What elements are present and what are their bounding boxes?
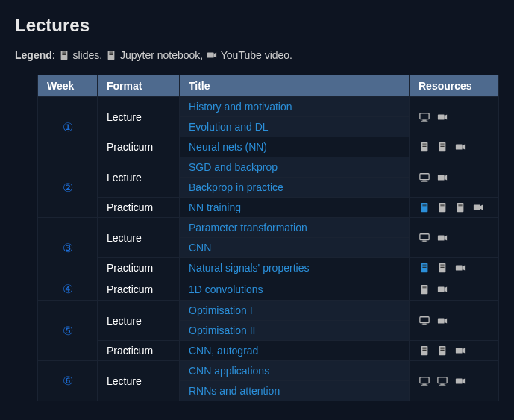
monitor-icon[interactable] xyxy=(419,316,430,326)
legend: Legend: slides, Jupyter notebook, YouTub… xyxy=(15,49,499,61)
title-cell: CNN xyxy=(180,238,410,258)
camera-icon[interactable] xyxy=(454,345,466,356)
svg-rect-45 xyxy=(422,266,426,266)
lecture-link[interactable]: 1D convolutions xyxy=(189,283,263,295)
lecture-link[interactable]: History and motivation xyxy=(189,101,292,113)
lecture-link[interactable]: Optimisation I xyxy=(189,304,253,316)
svg-rect-31 xyxy=(440,204,444,205)
monitor-icon[interactable] xyxy=(419,172,430,183)
legend-notebook: Jupyter notebook, xyxy=(120,49,203,61)
resources-cell xyxy=(410,341,499,361)
title-cell: NN training xyxy=(180,198,410,218)
svg-rect-76 xyxy=(456,378,463,383)
resources-cell xyxy=(410,97,499,137)
svg-rect-16 xyxy=(422,146,426,147)
camera-icon[interactable] xyxy=(472,202,484,213)
svg-rect-7 xyxy=(109,54,113,55)
svg-rect-68 xyxy=(440,350,444,351)
monitor-icon[interactable] xyxy=(436,376,448,386)
monitor-icon[interactable] xyxy=(419,112,430,122)
svg-rect-22 xyxy=(420,173,429,179)
monitor-icon[interactable] xyxy=(419,233,430,243)
week-number: ③ xyxy=(38,218,98,278)
table-row: PracticumNN training xyxy=(38,198,499,218)
doc-icon[interactable] xyxy=(419,142,430,152)
title-cell: RNNs and attention xyxy=(180,381,410,401)
title-cell: Natural signals' properties xyxy=(180,258,410,278)
format-cell: Practicum xyxy=(98,258,180,278)
week-number: ⑥ xyxy=(38,361,98,401)
svg-rect-12 xyxy=(438,114,445,119)
camera-icon[interactable] xyxy=(436,233,448,243)
format-cell: Lecture xyxy=(98,218,180,258)
svg-rect-57 xyxy=(420,316,429,322)
svg-rect-6 xyxy=(109,53,113,54)
title-cell: Parameter transformation xyxy=(180,218,410,238)
lecture-link[interactable]: NN training xyxy=(189,201,241,213)
format-cell: Lecture xyxy=(98,97,180,137)
table-row: ①LectureHistory and motivation xyxy=(38,97,499,117)
lecture-link[interactable]: CNN xyxy=(189,242,211,254)
lecture-link[interactable]: Backprop in practice xyxy=(189,181,283,193)
title-cell: Backprop in practice xyxy=(180,178,410,198)
svg-rect-38 xyxy=(474,205,480,210)
svg-rect-49 xyxy=(440,266,444,266)
camera-icon[interactable] xyxy=(454,263,466,273)
doc-icon xyxy=(105,50,117,60)
doc-icon[interactable] xyxy=(419,202,430,213)
lecture-link[interactable]: Parameter transformation xyxy=(189,222,307,233)
svg-rect-9 xyxy=(420,113,429,119)
svg-rect-74 xyxy=(440,383,444,384)
resource-icons xyxy=(419,284,489,295)
svg-rect-73 xyxy=(438,377,447,383)
title-cell: History and motivation xyxy=(180,97,410,117)
doc-icon[interactable] xyxy=(436,263,448,273)
title-cell: SGD and backprop xyxy=(180,157,410,178)
svg-rect-1 xyxy=(62,52,66,53)
header-resources: Resources xyxy=(410,75,499,97)
table-row: PracticumNatural signals' properties xyxy=(38,258,499,278)
svg-rect-19 xyxy=(440,145,444,145)
svg-rect-41 xyxy=(421,241,428,242)
camera-icon[interactable] xyxy=(436,316,448,326)
svg-rect-66 xyxy=(440,348,444,348)
lecture-link[interactable]: Natural signals' properties xyxy=(189,262,309,274)
lecture-link[interactable]: Optimisation II xyxy=(189,325,255,336)
camera-icon[interactable] xyxy=(454,142,466,152)
doc-icon[interactable] xyxy=(419,345,430,356)
lecture-link[interactable]: CNN, autograd xyxy=(189,345,258,357)
table-row: ⑤LectureOptimisation I xyxy=(38,301,499,321)
title-cell: 1D convolutions xyxy=(180,278,410,301)
svg-rect-69 xyxy=(456,348,463,354)
monitor-icon[interactable] xyxy=(419,376,430,386)
title-cell: CNN, autograd xyxy=(180,341,410,361)
format-cell: Practicum xyxy=(98,137,180,157)
resource-icons xyxy=(419,202,489,213)
lecture-link[interactable]: Evolution and DL xyxy=(189,121,269,133)
lecture-link[interactable]: SGD and backprop xyxy=(189,161,278,173)
doc-icon[interactable] xyxy=(436,142,448,152)
lecture-link[interactable]: Neural nets (NN) xyxy=(189,141,267,153)
doc-icon[interactable] xyxy=(419,263,430,273)
header-title: Title xyxy=(180,75,410,97)
svg-rect-10 xyxy=(422,119,426,120)
header-format: Format xyxy=(98,75,180,97)
svg-rect-24 xyxy=(421,181,428,181)
format-cell: Lecture xyxy=(98,301,180,341)
lecture-link[interactable]: RNNs and attention xyxy=(189,385,280,397)
svg-rect-3 xyxy=(62,54,66,55)
doc-icon[interactable] xyxy=(436,202,448,213)
svg-rect-14 xyxy=(422,144,426,145)
camera-icon[interactable] xyxy=(436,112,448,122)
doc-icon[interactable] xyxy=(419,284,430,295)
doc-icon[interactable] xyxy=(454,202,466,213)
lecture-link[interactable]: CNN applications xyxy=(189,365,269,377)
camera-icon[interactable] xyxy=(436,284,448,295)
camera-icon[interactable] xyxy=(454,376,466,386)
camera-icon[interactable] xyxy=(436,172,448,183)
svg-rect-15 xyxy=(422,145,426,145)
doc-icon[interactable] xyxy=(436,345,448,356)
svg-rect-8 xyxy=(207,53,214,58)
resource-icons xyxy=(419,233,489,243)
resources-cell xyxy=(410,361,499,401)
